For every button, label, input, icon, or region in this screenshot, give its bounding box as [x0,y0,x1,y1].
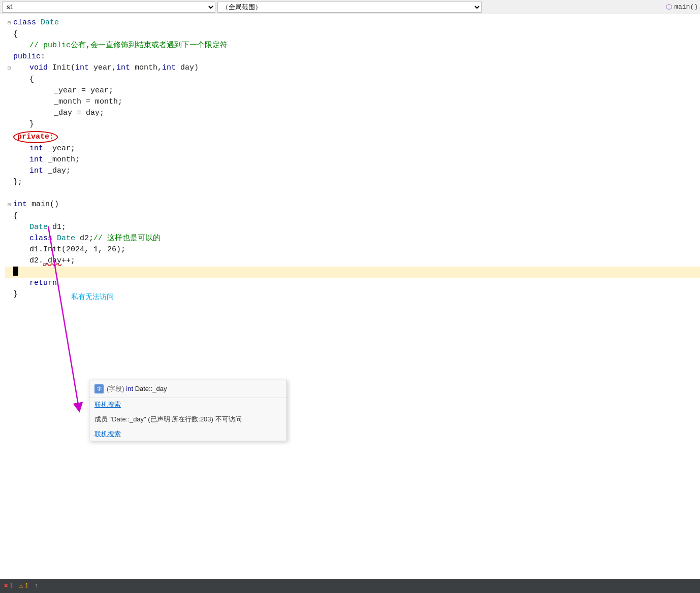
warning-icon: ⚠ [19,582,23,590]
warning-status: ⚠ 1 [19,582,28,590]
code-line-9: _day = day; [5,108,700,119]
code-editor[interactable]: ⊟ class Date { // public公有,会一直修饰到结束或者遇到下… [0,14,700,573]
scope-select[interactable]: （全局范围） [217,2,482,13]
code-line-11: private: [5,131,700,143]
code-line-23 [5,267,700,278]
tooltip-popup: 字 (字段) int Date::_day 联机搜索 成员 "Date::_da… [89,380,287,441]
code-line-5: ⊟ void Init( int year, int month, int da… [5,62,700,74]
code-line-1: ⊟ class Date [5,17,700,29]
fold-icon-5[interactable]: ⊟ [5,63,13,74]
code-line-25: } [5,289,700,300]
main-function-display: ⬡ main() [666,3,698,11]
cursor [13,267,18,276]
error-icon: ✖ [4,582,8,590]
tooltip-link2[interactable]: 联机搜索 [89,427,287,441]
private-keyword-circled: private: [13,131,58,143]
tooltip-header: 字 (字段) int Date::_day [89,380,287,398]
error-count: 1 [10,582,13,589]
tooltip-body: 成员 "Date::_day" (已声明 所在行数:203) 不可访问 [89,411,287,427]
fold-icon-1[interactable]: ⊟ [5,18,13,29]
code-line-21: d1.Init(2024, 1, 26); [5,244,700,255]
code-line-14: int _day; [5,166,700,177]
code-line-17: ⊟ int main() [5,199,700,211]
toolbar: s1 （全局范围） ⬡ main() [0,0,700,14]
code-line-2: { [5,29,700,40]
code-line-19: Date d1; [5,222,700,233]
tooltip-link1[interactable]: 联机搜索 [89,398,287,411]
tooltip-header-text: (字段) int Date::_day [107,384,167,393]
code-line-22: d2. _day ++; [5,255,700,267]
code-line-15: }; [5,177,700,188]
tooltip-field-icon: 字 [94,384,104,393]
code-line-3: // public公有,会一直修饰到结束或者遇到下一个限定符 [5,40,700,51]
status-arrow: ↑ [35,582,38,589]
code-line-7: _year = year; [5,85,700,96]
squiggly-day: _day [43,255,61,267]
app-window: s1 （全局范围） ⬡ main() ⊟ class Date [0,0,700,593]
file-select[interactable]: s1 [2,2,215,13]
code-line-empty [5,188,700,199]
code-line-10: } [5,119,700,130]
warning-count: 1 [25,582,28,589]
fold-icon-17[interactable]: ⊟ [5,200,13,211]
code-line-12: int _year; [5,143,700,154]
code-line-18: { [5,211,700,222]
status-bar: ✖ 1 ⚠ 1 ↑ [0,579,700,593]
main-fn-label: main() [674,3,698,11]
cube-icon: ⬡ [666,3,672,11]
error-status: ✖ 1 [4,582,13,590]
code-line-13: int _month; [5,154,700,166]
code-line-24: return [5,278,700,289]
code-line-6: { [5,74,700,85]
code-line-8: _month = month; [5,96,700,108]
code-line-20: class Date d2; // 这样也是可以的 [5,233,700,244]
code-line-4: public : [5,51,700,62]
